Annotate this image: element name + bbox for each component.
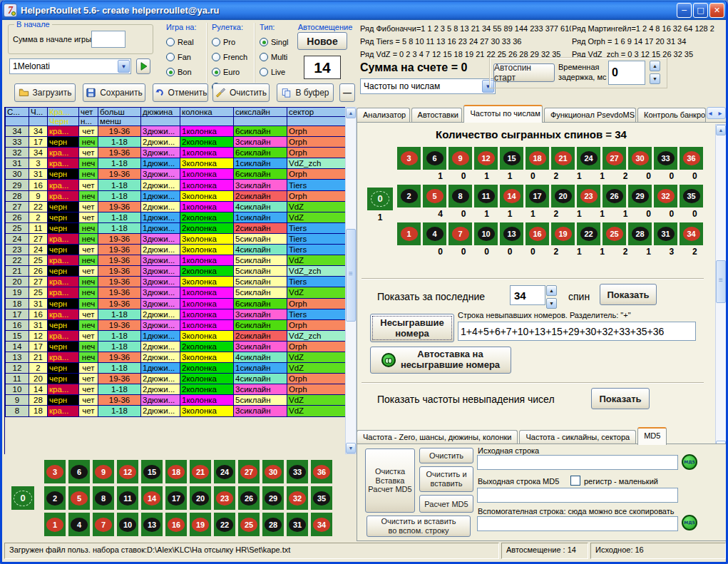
table-row[interactable]: 1925кра...неч19-363дюжи...1колонка5сикла… — [6, 287, 347, 298]
number-tile-28[interactable]: 28 — [262, 513, 284, 536]
table-row[interactable]: 2722чернчет19-362дюжи...1колонка4сиклайн… — [6, 201, 347, 212]
zero-tile[interactable]: 0 — [11, 486, 34, 510]
new-autoshift-button[interactable]: Новое — [297, 32, 347, 50]
table-row[interactable]: 1014кра...чет1-182дюжи...2колонка3сиклай… — [6, 384, 347, 395]
table-header[interactable]: С...Ч...Кра...четбольшдюжинаколонкасиксл… — [6, 108, 347, 126]
number-tile-34[interactable]: 34 — [311, 513, 332, 536]
number-tile-17[interactable]: 17 — [165, 486, 187, 510]
tab-2[interactable]: Частота - сиклайны, сектора — [519, 430, 636, 445]
panel-scrollbar[interactable]: ▲ ▼ — [715, 124, 727, 452]
table-row[interactable]: 2427кра...неч19-363дюжи...3колонка5сикла… — [6, 233, 347, 244]
column-header[interactable] — [6, 117, 29, 126]
maximize-button[interactable]: □ — [693, 3, 708, 18]
scrollbar-thumb[interactable] — [346, 229, 356, 322]
radio-option-real[interactable]: Real — [166, 34, 202, 49]
column-header[interactable] — [287, 117, 347, 126]
number-tile-19[interactable]: 19 — [190, 513, 211, 536]
autostake-missed-button[interactable]: Автоставка на несыгравшие номера — [370, 347, 511, 374]
radio-icon[interactable] — [166, 68, 175, 76]
table-row[interactable]: 1321кра...неч19-362дюжи...3колонка4сикла… — [6, 352, 347, 362]
number-tile-11[interactable]: 11 — [117, 486, 138, 510]
column-header[interactable]: сектор — [287, 108, 347, 117]
md5-output-input[interactable] — [477, 488, 678, 503]
number-tile-8[interactable]: 8 — [93, 486, 114, 510]
number-tile-22[interactable]: 22 — [214, 513, 235, 536]
radio-option-live[interactable]: Live — [260, 64, 290, 79]
md5-clear-paste-aux-button[interactable]: Очистить и вставить во вспом. строку — [366, 516, 471, 537]
radio-icon[interactable] — [260, 38, 268, 46]
number-tile-9[interactable]: 9 — [93, 460, 114, 483]
number-tile-3[interactable]: 3 — [44, 460, 66, 483]
md5-calc-button[interactable]: Расчет MD5 — [419, 495, 473, 513]
number-tile-25[interactable]: 25 — [238, 513, 260, 536]
autospin-start-button[interactable]: Автоспин старт — [493, 63, 555, 82]
number-tile-4[interactable]: 4 — [68, 513, 90, 536]
missed-numbers-button[interactable]: Несыгравшие номера — [370, 314, 454, 342]
column-header[interactable]: менш — [98, 117, 141, 126]
show-missing-button[interactable]: Показать — [591, 388, 650, 409]
table-row[interactable]: 3434кра...чет19-363дюжи...1колонка6сикла… — [6, 126, 347, 137]
spin-up-icon[interactable]: ▲ — [546, 285, 557, 296]
spin-up-icon[interactable]: ▲ — [650, 61, 660, 71]
md5-source-input[interactable] — [477, 455, 678, 470]
table-row[interactable]: 1716кра...чет1-182дюжи...1колонка3сиклай… — [6, 309, 347, 319]
radio-icon[interactable] — [166, 53, 175, 61]
column-header[interactable]: чет — [79, 108, 98, 117]
column-header[interactable] — [29, 117, 48, 126]
clear-button[interactable]: Очистить — [212, 83, 270, 102]
table-scrollbar[interactable]: ▲ ▼ — [345, 107, 357, 454]
number-tile-32[interactable]: 32 — [287, 486, 308, 510]
tab-1[interactable]: Анализатор — [357, 108, 410, 123]
column-header[interactable]: сикслайн — [234, 108, 287, 117]
table-row[interactable]: 1831черннеч19-363дюжи...1колонка6сиклайн… — [6, 298, 347, 309]
number-tile-26[interactable]: 26 — [238, 486, 260, 510]
number-tile-30[interactable]: 30 — [262, 460, 284, 483]
number-tile-5[interactable]: 5 — [68, 486, 90, 510]
table-row[interactable]: 2916кра...чет1-182дюжи...1колонка3сиклай… — [6, 180, 347, 190]
table-row[interactable]: 928чернчет19-363дюжи...1колонка5сиклайнV… — [6, 395, 347, 406]
table-row[interactable]: 2126чернчет19-363дюжи...2колонка5сиклайн… — [6, 266, 347, 277]
radio-option-bon[interactable]: Bon — [166, 64, 202, 79]
md5-icon[interactable]: МД5 — [682, 454, 697, 470]
md5-clear-paste-calc-button[interactable]: Очистка Вставка Расчет MD5 — [365, 448, 415, 513]
tab-5[interactable]: Контроль банкро — [637, 108, 706, 123]
delay-input[interactable] — [608, 61, 645, 85]
table-row[interactable]: 262чернчет1-181дюжи...2колонка1сиклайнVd… — [6, 212, 347, 222]
scrollbar-thumb[interactable] — [716, 260, 726, 303]
tab-4[interactable]: Функционал PsevdoMS — [544, 108, 636, 123]
table-row[interactable]: 1631черннеч19-363дюжи...1колонка6сиклайн… — [6, 319, 347, 330]
column-header[interactable]: С... — [6, 108, 29, 117]
number-tile-33[interactable]: 33 — [287, 460, 308, 483]
save-button[interactable]: Сохранить — [83, 83, 145, 102]
number-tile-13[interactable]: 13 — [141, 513, 163, 536]
register-checkbox[interactable] — [570, 476, 580, 486]
table-row[interactable]: 289кра...неч1-181дюжи...3колонка2сиклайн… — [6, 190, 347, 201]
scroll-down-icon[interactable]: ▼ — [346, 443, 356, 453]
number-tile-24[interactable]: 24 — [214, 460, 235, 483]
copy-buffer-button[interactable]: В буфер — [277, 83, 334, 102]
column-header[interactable]: Ч... — [29, 108, 48, 117]
number-tile-2[interactable]: 2 — [44, 486, 66, 510]
radio-icon[interactable] — [260, 68, 268, 76]
number-tile-23[interactable]: 23 — [214, 486, 235, 510]
number-tile-21[interactable]: 21 — [190, 460, 211, 483]
radio-option-fan[interactable]: Fan — [166, 49, 202, 64]
tab-scroll-arrows[interactable]: ◂ ▸ — [707, 107, 726, 119]
number-tile-35[interactable]: 35 — [311, 486, 332, 510]
number-tile-31[interactable]: 31 — [287, 513, 308, 536]
column-header[interactable]: колонка — [180, 108, 234, 117]
profile-combobox[interactable]: 1Melonati ▼ — [9, 58, 131, 74]
title-bar[interactable]: 7 HelperRoullet 5.6- create helperroulle… — [0, 0, 728, 20]
column-header[interactable] — [234, 117, 287, 126]
radio-option-pro[interactable]: Pro — [212, 34, 250, 49]
start-sum-input[interactable] — [91, 31, 125, 48]
scroll-up-icon[interactable]: ▲ — [346, 108, 356, 118]
tab-1[interactable]: Частота - Zero, шансы, дюжины, колонки — [357, 430, 518, 445]
table-row[interactable]: 2225кра...неч19-363дюжи...1колонка5сикла… — [6, 255, 347, 266]
number-tile-18[interactable]: 18 — [165, 460, 187, 483]
table-row[interactable]: 3317черннеч1-182дюжи...2колонка3сиклайнO… — [6, 137, 347, 148]
number-tile-12[interactable]: 12 — [117, 460, 138, 483]
column-header[interactable]: Черн — [48, 117, 79, 126]
table-row[interactable]: 122чернчет1-181дюжи...2колонка1сиклайнVd… — [6, 363, 347, 374]
table-row[interactable]: 818кра...чет1-182дюжи...3колонка3сиклайн… — [6, 406, 347, 416]
